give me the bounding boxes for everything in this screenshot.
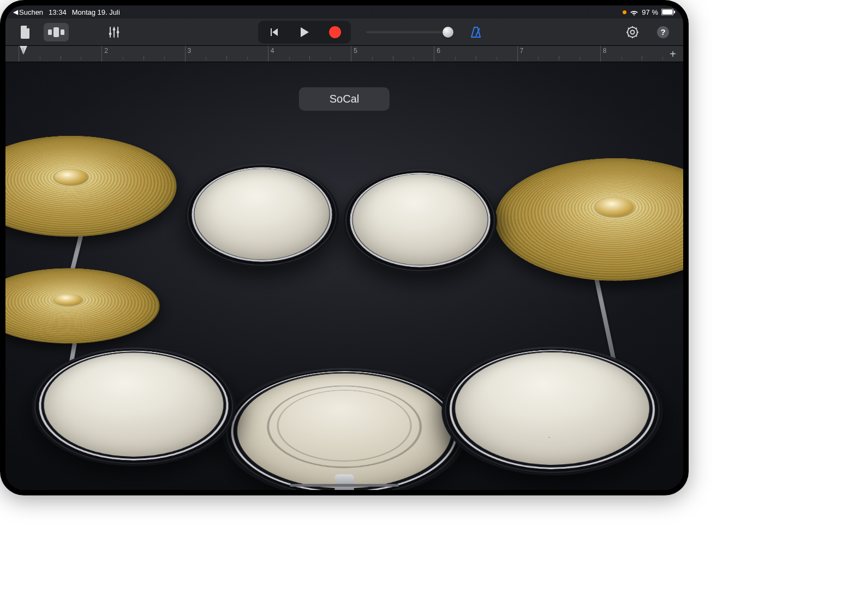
home-indicator[interactable]: [290, 484, 399, 487]
timeline-ruler[interactable]: 1 2 3 4 5 6 7 8 +: [5, 46, 683, 62]
crash-cymbal-pad[interactable]: [5, 131, 210, 247]
metronome-button[interactable]: [463, 23, 488, 41]
track-controls-button[interactable]: [101, 23, 127, 41]
add-track-button[interactable]: +: [665, 46, 681, 62]
transport-controls: [258, 21, 351, 44]
back-to-search-button[interactable]: ◀ Suchen: [13, 8, 43, 16]
play-button[interactable]: [290, 22, 319, 42]
go-to-beginning-button[interactable]: [260, 22, 288, 42]
metronome-icon: [470, 26, 482, 38]
bar-marker[interactable]: 4: [268, 46, 351, 62]
ipad-frame: ◀ Suchen 13:34 Montag 19. Juli 97 %: [0, 0, 689, 495]
settings-button[interactable]: [620, 23, 645, 41]
svg-line-21: [636, 28, 637, 29]
wifi-icon: [630, 9, 638, 15]
instrument-stage: SoCal: [5, 62, 683, 490]
sliders-icon: [108, 26, 120, 38]
svg-point-14: [631, 30, 635, 34]
back-label: Suchen: [19, 8, 43, 16]
clock: 13:34: [49, 8, 67, 16]
svg-rect-1: [662, 10, 673, 15]
browser-button[interactable]: [44, 23, 69, 41]
document-icon: [20, 26, 31, 39]
my-songs-button[interactable]: [13, 23, 38, 41]
record-icon: [329, 26, 341, 38]
svg-point-11: [117, 31, 120, 33]
bar-marker[interactable]: 7: [517, 46, 600, 62]
high-tom-pad[interactable]: [176, 164, 349, 267]
slider-thumb[interactable]: [443, 27, 453, 38]
drum-kit-selector[interactable]: SoCal: [299, 87, 390, 111]
mic-indicator-icon: [623, 10, 626, 14]
browser-icon: [48, 27, 64, 37]
mid-tom-pad[interactable]: [334, 169, 507, 273]
help-icon: ?: [656, 26, 670, 39]
bar-marker[interactable]: 3: [185, 46, 268, 62]
battery-percent: 97 %: [642, 8, 658, 16]
svg-point-9: [109, 32, 112, 35]
svg-rect-2: [674, 11, 675, 14]
kit-name-label: SoCal: [330, 93, 359, 105]
svg-line-19: [628, 28, 629, 29]
record-button[interactable]: [321, 22, 349, 42]
bar-marker[interactable]: 2: [101, 46, 184, 62]
play-icon: [300, 27, 309, 38]
kick-pedal: [335, 474, 354, 490]
snare-drum-pad[interactable]: [15, 348, 253, 466]
svg-rect-4: [53, 27, 59, 37]
status-bar: ◀ Suchen 13:34 Montag 19. Juli 97 %: [5, 5, 683, 19]
toolbar: ?: [5, 19, 683, 46]
battery-icon: [661, 9, 676, 15]
svg-point-10: [113, 28, 116, 31]
svg-rect-3: [48, 29, 52, 35]
svg-rect-5: [61, 29, 64, 35]
hihat-cymbal-pad[interactable]: [5, 266, 170, 347]
gear-icon: [626, 26, 639, 39]
screen: ◀ Suchen 13:34 Montag 19. Juli 97 %: [5, 5, 683, 490]
floor-tom-pad[interactable]: [422, 346, 683, 475]
help-button[interactable]: ?: [650, 23, 676, 41]
bar-marker[interactable]: 5: [351, 46, 434, 62]
master-volume-slider[interactable]: [366, 31, 448, 33]
svg-text:?: ?: [660, 27, 665, 37]
skip-back-icon: [268, 27, 279, 38]
bar-marker[interactable]: 1: [19, 46, 101, 62]
chevron-left-icon: ◀: [13, 8, 18, 16]
date: Montag 19. Juli: [72, 8, 120, 16]
svg-line-22: [628, 35, 629, 37]
svg-line-20: [636, 35, 637, 37]
bar-marker[interactable]: 6: [434, 46, 517, 62]
